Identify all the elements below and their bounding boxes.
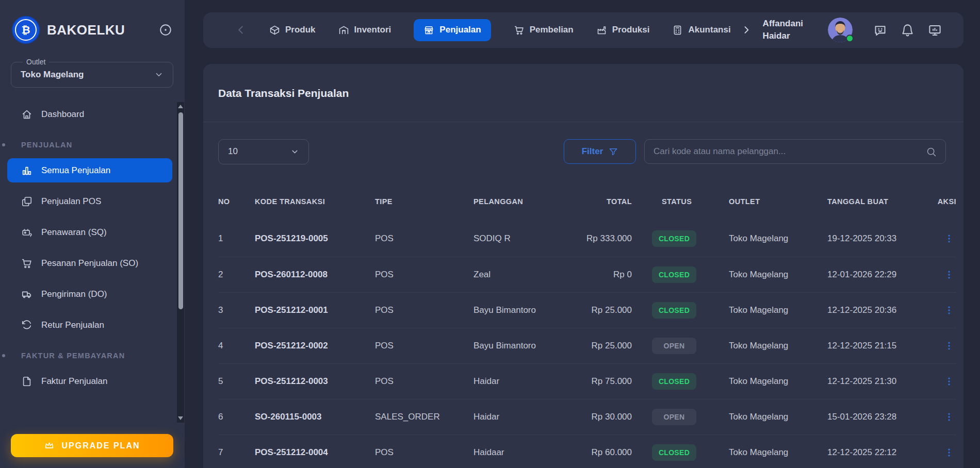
cell-total: Rp 60.000 xyxy=(570,447,632,458)
nav-scroll-right-icon[interactable] xyxy=(741,25,752,35)
col-header-no: NO xyxy=(218,197,255,206)
cell-tipe: POS xyxy=(375,233,473,244)
sidebar-item-label: Dashboard xyxy=(41,109,84,120)
row-actions-kebab-icon[interactable] xyxy=(944,412,954,422)
sidebar-item-pesanan-penjualan-so[interactable]: Pesanan Penjualan (SO) xyxy=(7,251,172,275)
cell-pelanggan: Haidar xyxy=(473,376,570,387)
status-badge: CLOSED xyxy=(652,373,696,390)
cell-pelanggan: SODIQ R xyxy=(473,233,570,244)
tab-label: Produk xyxy=(285,25,316,35)
user-last-name: Haidar xyxy=(763,30,803,43)
row-actions-kebab-icon[interactable] xyxy=(944,447,954,458)
col-header-kode: KODE TRANSAKSI xyxy=(255,197,375,206)
table-header-row: NO KODE TRANSAKSI TIPE PELANGGAN TOTAL S… xyxy=(218,190,956,213)
row-actions-kebab-icon[interactable] xyxy=(944,233,954,244)
rotate-ccw-icon xyxy=(21,320,32,331)
table-row: 7 POS-251212-0004 POS Haidaar Rp 60.000 … xyxy=(218,434,956,468)
sidebar-item-faktur-penjualan[interactable]: Faktur Penjualan xyxy=(7,369,172,393)
tab-produk[interactable]: Produk xyxy=(269,25,316,36)
cell-aksi xyxy=(930,376,956,387)
status-badge: OPEN xyxy=(652,409,696,425)
row-actions-kebab-icon[interactable] xyxy=(944,376,954,387)
table-row: 4 POS-251212-0002 POS Bayu Bimantoro Rp … xyxy=(218,328,956,363)
scroll-down-icon[interactable] xyxy=(178,416,183,420)
transactions-table: NO KODE TRANSAKSI TIPE PELANGGAN TOTAL S… xyxy=(218,190,956,468)
cell-tipe: POS xyxy=(375,341,473,351)
cell-outlet: Toko Magelang xyxy=(729,412,827,422)
cell-status: CLOSED xyxy=(632,230,729,247)
scroll-up-icon[interactable] xyxy=(178,105,183,108)
section-label: PENJUALAN xyxy=(21,141,72,149)
cell-total: Rp 0 xyxy=(570,270,632,280)
cell-status: CLOSED xyxy=(632,373,729,390)
upgrade-plan-button[interactable]: UPGRADE PLAN xyxy=(11,434,173,457)
table-row: 5 POS-251212-0003 POS Haidar Rp 75.000 C… xyxy=(218,363,956,399)
copy-icon xyxy=(21,196,32,207)
display-monitor-icon[interactable] xyxy=(928,23,942,37)
cell-aksi xyxy=(930,341,956,351)
cell-status: OPEN xyxy=(632,338,729,354)
row-actions-kebab-icon[interactable] xyxy=(944,305,954,315)
cell-status: CLOSED xyxy=(632,302,729,319)
sidebar-scrollbar[interactable] xyxy=(177,102,184,423)
outlet-select[interactable]: Outlet Toko Magelang xyxy=(11,62,173,88)
feedback-chat-icon[interactable] xyxy=(873,23,887,37)
row-actions-kebab-icon[interactable] xyxy=(944,341,954,351)
sidebar-item-pengiriman-do[interactable]: Pengiriman (DO) xyxy=(7,282,172,306)
sidebar-item-retur-penjualan[interactable]: Retur Penjualan xyxy=(7,313,172,337)
tab-inventori[interactable]: Inventori xyxy=(338,25,391,36)
cell-outlet: Toko Magelang xyxy=(729,233,827,244)
cell-tipe: POS xyxy=(375,376,473,387)
funnel-icon xyxy=(609,147,618,156)
cash-register-icon xyxy=(21,227,32,238)
tab-pembelian[interactable]: Pembelian xyxy=(514,25,574,36)
main-area: Produk Inventori Penjualan Pembelian Pro… xyxy=(185,0,980,468)
tab-akuntansi[interactable]: Akuntansi xyxy=(672,25,730,36)
tab-label: Pembelian xyxy=(530,25,574,35)
sidebar-item-semua-penjualan[interactable]: Semua Penjualan xyxy=(7,158,172,182)
sidebar-item-penjualan-pos[interactable]: Penjualan POS xyxy=(7,189,172,213)
col-header-status: STATUS xyxy=(632,197,729,206)
row-actions-kebab-icon[interactable] xyxy=(944,270,954,280)
col-header-aksi: AKSI xyxy=(930,197,956,206)
truck-icon xyxy=(21,289,32,300)
search-box xyxy=(644,139,946,164)
sidebar-collapse-icon[interactable] xyxy=(159,23,172,37)
col-header-total: TOTAL xyxy=(570,197,632,206)
tab-label: Akuntansi xyxy=(688,25,730,35)
filter-button[interactable]: Filter xyxy=(564,139,636,164)
sidebar-item-label: Semua Penjualan xyxy=(41,165,110,176)
cell-tanggal-buat: 12-12-2025 20:36 xyxy=(827,305,930,315)
cell-aksi xyxy=(930,412,956,422)
cell-tanggal-buat: 12-12-2025 21:15 xyxy=(827,341,930,351)
page-size-select[interactable]: 10 xyxy=(218,139,309,164)
tab-penjualan[interactable]: Penjualan xyxy=(414,19,491,41)
chevron-down-icon xyxy=(290,147,299,156)
nav-scroll-left-icon[interactable] xyxy=(235,24,247,36)
cell-outlet: Toko Magelang xyxy=(729,376,827,387)
cell-kode-transaksi: POS-251212-0002 xyxy=(255,341,375,351)
cell-aksi xyxy=(930,447,956,458)
user-first-name: Affandani xyxy=(763,18,803,30)
sidebar-item-penawaran-sq[interactable]: Penawaran (SQ) xyxy=(7,220,172,244)
top-navigation: Produk Inventori Penjualan Pembelian Pro… xyxy=(203,12,963,48)
filter-label: Filter xyxy=(582,146,603,157)
online-status-dot xyxy=(846,35,854,42)
search-icon[interactable] xyxy=(926,146,937,157)
page-title: Data Transaksi Penjualan xyxy=(218,64,956,99)
crown-icon xyxy=(44,440,55,451)
cell-no: 2 xyxy=(218,270,255,280)
table-body: 1 POS-251219-0005 POS SODIQ R Rp 333.000… xyxy=(218,221,956,468)
tab-produksi[interactable]: Produksi xyxy=(596,25,650,36)
cell-status: CLOSED xyxy=(632,266,729,283)
sidebar-item-label: Pesanan Penjualan (SO) xyxy=(41,258,138,269)
sidebar-section-faktur-pembayaran: FAKTUR & PEMBAYARAN xyxy=(0,349,185,362)
brand-header: ₿ BAKOELKU xyxy=(0,15,185,44)
scrollbar-thumb[interactable] xyxy=(178,112,183,309)
sidebar-item-dashboard[interactable]: Dashboard xyxy=(7,102,172,126)
sidebar-item-label: Penjualan POS xyxy=(41,196,101,207)
search-input[interactable] xyxy=(654,146,926,157)
cell-outlet: Toko Magelang xyxy=(729,270,827,280)
notifications-bell-icon[interactable] xyxy=(901,23,914,37)
avatar[interactable] xyxy=(828,18,853,42)
